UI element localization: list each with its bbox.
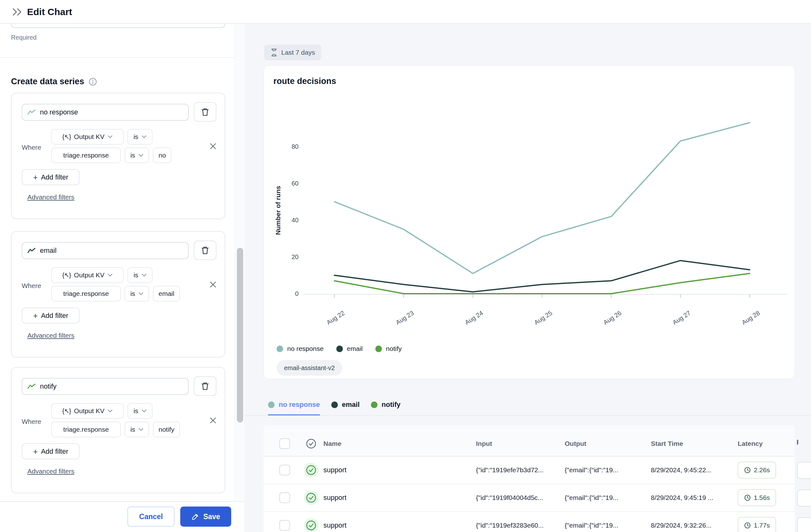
filter-field-chip[interactable]: {↖}Output KV <box>51 129 124 145</box>
run-output: {"email":{"id":"19... <box>565 466 651 474</box>
run-start-time: 8/29/2024, 9:45:19 ... <box>651 494 738 501</box>
required-label: Required <box>11 34 36 41</box>
add-filter-button[interactable]: +Add filter <box>22 169 80 185</box>
filter-key-operator-chip[interactable]: is <box>125 286 149 301</box>
filter-key-chip[interactable]: triage.response <box>51 286 121 301</box>
chevron-down-icon <box>138 428 143 431</box>
row-checkbox[interactable] <box>279 492 290 503</box>
table-row[interactable]: support{"id":"1919efe7b3d72...{"email":{… <box>264 456 795 484</box>
run-input: {"id":"1919efe7b3d72... <box>476 466 565 474</box>
series-line-email <box>334 261 750 292</box>
latency-value: 1.56s <box>754 494 770 501</box>
legend-label: notify <box>386 345 402 353</box>
add-filter-button[interactable]: +Add filter <box>22 308 80 324</box>
clipped-cell-chip <box>797 462 811 479</box>
edit-chart-page: Edit Chart Required Create data series n… <box>0 0 811 532</box>
truncated-field-input[interactable] <box>11 24 225 28</box>
filter-field-chip[interactable]: {↖}Output KV <box>51 267 124 283</box>
row-checkbox[interactable] <box>279 520 290 531</box>
series-card-notify: notifyWhere{↖}Output KVistriage.response… <box>11 367 225 493</box>
y-tick-label: 40 <box>292 217 299 223</box>
clipped-next-column: F <box>795 425 811 532</box>
filter-value-chip[interactable]: email <box>153 286 180 301</box>
chip-label: is <box>130 290 135 297</box>
tab-label: email <box>342 401 359 409</box>
save-button[interactable]: Save <box>180 506 231 527</box>
tab-label: notify <box>382 401 400 409</box>
run-name: support <box>323 466 476 474</box>
row-checkbox[interactable] <box>279 465 290 475</box>
run-output: {"email":{"id":"19... <box>565 494 651 501</box>
delete-series-button[interactable] <box>194 102 216 122</box>
chevron-down-icon <box>108 409 113 412</box>
column-header-latency: Latency <box>738 440 795 448</box>
filter-operator-chip[interactable]: is <box>127 129 153 145</box>
filter-operator-chip[interactable]: is <box>127 267 153 283</box>
advanced-filters-link[interactable]: Advanced filters <box>27 468 74 475</box>
legend-item-notify[interactable]: notify <box>375 345 402 353</box>
table-row[interactable]: support{"id":"1919ef3283e60...{"email":{… <box>264 512 795 532</box>
y-tick-label: 60 <box>292 180 299 187</box>
series-name-input[interactable]: no response <box>22 104 189 121</box>
remove-filter-icon[interactable] <box>208 280 218 290</box>
series-name-value: email <box>40 247 57 255</box>
sidebar-footer: Cancel Save <box>0 501 244 532</box>
info-icon[interactable] <box>89 78 97 86</box>
cancel-button[interactable]: Cancel <box>127 506 174 527</box>
where-label: Where <box>22 144 41 151</box>
tab-notify[interactable]: notify <box>371 397 400 416</box>
sidebar-scroll-track[interactable] <box>234 24 244 532</box>
series-line-no-response <box>334 123 750 273</box>
chip-label: is <box>130 426 135 433</box>
add-filter-label: Add filter <box>41 173 68 182</box>
remove-filter-icon[interactable] <box>208 416 218 425</box>
legend-item-no-response[interactable]: no response <box>276 345 324 353</box>
x-tick-label: Aug 27 <box>671 309 692 326</box>
filter-value-chip[interactable]: notify <box>153 422 180 437</box>
filter-field-chip[interactable]: {↖}Output KV <box>51 403 124 419</box>
chevron-down-icon <box>141 409 147 412</box>
top-bar: Edit Chart <box>0 0 811 24</box>
filter-key-chip[interactable]: triage.response <box>51 422 121 437</box>
legend-label: no response <box>287 345 324 353</box>
tab-dot <box>331 402 338 408</box>
run-start-time: 8/29/2024, 9:32:26... <box>651 522 738 529</box>
chevron-down-icon <box>138 292 143 295</box>
tab-email[interactable]: email <box>331 397 359 416</box>
table-row[interactable]: support{"id":"1919f04004d5c...{"email":{… <box>264 484 795 512</box>
series-name-value: notify <box>40 382 57 391</box>
time-range-chip[interactable]: Last 7 days <box>264 45 321 60</box>
collapse-panel-icon[interactable] <box>12 6 23 17</box>
filter-operator-chip[interactable]: is <box>127 403 153 419</box>
version-tag-chip: email-assistant-v2 <box>276 360 342 376</box>
filter-key-operator-chip[interactable]: is <box>125 147 149 163</box>
line-series-icon <box>27 383 35 390</box>
chip-label: Output KV <box>74 133 105 141</box>
tab-no-response[interactable]: no response <box>268 397 320 416</box>
sidebar-scroll-thumb[interactable] <box>237 248 243 423</box>
delete-series-button[interactable] <box>194 376 216 396</box>
add-filter-button[interactable]: +Add filter <box>22 443 80 459</box>
series-name-input[interactable]: email <box>22 242 189 259</box>
legend-item-email[interactable]: email <box>336 345 363 353</box>
route-decisions-line-chart: Number of runs020406080Aug 22Aug 23Aug 2… <box>264 66 795 379</box>
filter-key-chip[interactable]: triage.response <box>51 147 121 163</box>
filter-value-chip[interactable]: no <box>153 147 171 163</box>
tab-dot <box>371 402 378 408</box>
series-name-value: no response <box>40 108 78 116</box>
delete-series-button[interactable] <box>194 240 216 260</box>
remove-filter-icon[interactable] <box>208 141 218 151</box>
select-all-checkbox[interactable] <box>279 438 290 449</box>
create-data-series-title: Create data series <box>11 77 84 87</box>
advanced-filters-link[interactable]: Advanced filters <box>27 193 74 201</box>
filter-key-operator-chip[interactable]: is <box>125 422 149 437</box>
pencil-icon <box>191 513 199 521</box>
series-name-input[interactable]: notify <box>22 378 189 395</box>
series-card-no-response: no responseWhere{↖}Output KVistriage.res… <box>11 93 225 219</box>
chevron-down-icon <box>138 154 143 157</box>
column-header-name: Name <box>323 440 476 448</box>
advanced-filters-link[interactable]: Advanced filters <box>27 332 74 339</box>
time-range-label: Last 7 days <box>281 49 315 56</box>
runs-table-header: NameInputOutputStart TimeLatency <box>264 425 795 456</box>
latency-value: 1.77s <box>754 522 770 529</box>
